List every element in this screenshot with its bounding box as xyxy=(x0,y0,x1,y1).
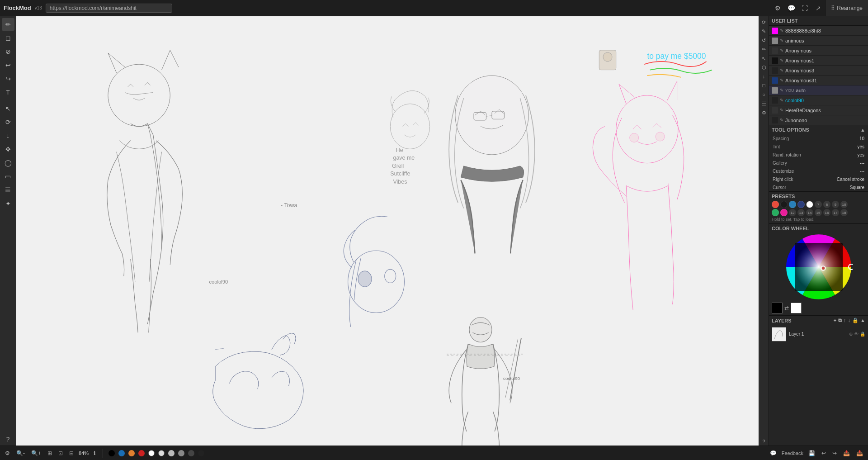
refresh-icon[interactable]: ↺ xyxy=(760,36,768,44)
color-wheel-container[interactable] xyxy=(772,233,865,301)
download-tool[interactable]: ↓ xyxy=(2,129,14,142)
zoom-fit-icon[interactable]: ⊞ xyxy=(46,450,53,456)
expand-icon[interactable]: ⛶ xyxy=(799,3,810,14)
sync-icon[interactable]: ⟳ xyxy=(760,18,768,26)
duplicate-layer-icon[interactable]: ⧉ xyxy=(838,318,842,323)
tool-option-value[interactable]: Square xyxy=(837,185,864,190)
add-layer-icon[interactable]: + xyxy=(834,318,836,323)
brush-tool[interactable]: ✏ xyxy=(2,18,14,31)
user-row[interactable]: ✎88888888ei8ht8 xyxy=(769,26,868,36)
preset-white[interactable] xyxy=(806,201,813,208)
color-dot-orange[interactable] xyxy=(128,450,135,456)
user-row[interactable]: ✎coolol90 xyxy=(769,95,868,105)
info-icon[interactable]: ℹ xyxy=(92,450,97,456)
pencil-icon[interactable]: ✏ xyxy=(760,45,768,53)
swap-colors-icon[interactable]: ⇄ xyxy=(784,305,789,311)
circle-icon[interactable]: ○ xyxy=(760,90,768,99)
layer-visibility-icon[interactable]: 👁 xyxy=(854,332,859,337)
undo-bottom-icon[interactable]: ↩ xyxy=(820,450,827,456)
color-wheel-svg[interactable] xyxy=(785,233,853,301)
circle-tool[interactable]: ◯ xyxy=(2,156,14,169)
user-row[interactable]: ✎Anonymous xyxy=(769,46,868,56)
preset-8[interactable]: 8 xyxy=(823,201,830,208)
feedback-button[interactable]: Feedback xyxy=(782,451,803,456)
canvas-area[interactable]: to pay me $5000 - Towa coolol90 He gave … xyxy=(16,16,759,446)
rearrange-button[interactable]: ⠿ Rearrange xyxy=(825,0,868,16)
feedback-icon[interactable]: 💬 xyxy=(769,450,778,456)
user-edit-icon[interactable]: ✎ xyxy=(780,68,783,73)
color-dot-red[interactable] xyxy=(138,450,145,456)
eraser-tool[interactable]: ◻ xyxy=(2,32,14,44)
user-edit-icon[interactable]: ✎ xyxy=(780,98,783,103)
color-dot-nearblack[interactable] xyxy=(198,450,204,456)
user-row[interactable]: ✎Junonono xyxy=(769,115,868,125)
text-tool[interactable]: T xyxy=(2,86,14,99)
share-icon[interactable]: ⬡ xyxy=(760,63,768,71)
extra-tool[interactable]: ✦ xyxy=(2,197,14,210)
undo-tool[interactable]: ↩ xyxy=(2,59,14,71)
preset-14[interactable]: 14 xyxy=(806,209,813,216)
preset-12[interactable]: 12 xyxy=(789,209,796,216)
preset-10[interactable]: 10 xyxy=(840,201,848,208)
color-dot-white[interactable] xyxy=(148,450,155,456)
external-link-icon[interactable]: ↗ xyxy=(813,3,824,14)
layers-tool[interactable]: ☰ xyxy=(2,184,14,196)
user-edit-icon[interactable]: ✎ xyxy=(780,58,783,63)
download-icon[interactable]: ↓ xyxy=(760,72,768,81)
export-icon[interactable]: 📤 xyxy=(842,450,851,456)
tool-option-value[interactable]: yes xyxy=(837,144,864,149)
preset-17[interactable]: 17 xyxy=(832,209,839,216)
user-row[interactable]: ✎animous xyxy=(769,36,868,46)
layer-item[interactable]: Layer 1 ⊕ 👁 🔒 xyxy=(769,325,868,343)
redo-bottom-icon[interactable]: ↪ xyxy=(831,450,838,456)
tool-option-value[interactable]: yes xyxy=(837,152,864,157)
preset-13[interactable]: 13 xyxy=(797,209,805,216)
lock-layer-icon[interactable]: 🔒 xyxy=(852,318,859,323)
layers-icon[interactable]: ☰ xyxy=(760,100,768,108)
foreground-color-swatch[interactable] xyxy=(772,303,783,313)
preset-18[interactable]: 18 xyxy=(840,209,848,216)
preset-15[interactable]: 15 xyxy=(815,209,822,216)
tool-options-header[interactable]: TOOL OPTIONS ▲ xyxy=(769,125,868,134)
help-icon[interactable]: ? xyxy=(760,437,768,446)
user-row[interactable]: ✎HereBeDragons xyxy=(769,105,868,115)
layer-lock-icon[interactable]: 🔒 xyxy=(860,332,865,337)
user-edit-icon[interactable]: ✎ xyxy=(780,118,783,123)
preset-7[interactable]: 7 xyxy=(815,201,822,208)
preset-pink[interactable] xyxy=(780,209,788,216)
tool-option-value[interactable]: --- xyxy=(837,169,864,174)
preset-green[interactable] xyxy=(772,209,779,216)
layer-merge-icon[interactable]: ⊕ xyxy=(849,332,853,337)
user-row[interactable]: ✎Anonymous3 xyxy=(769,66,868,76)
user-edit-icon[interactable]: ✎ xyxy=(780,88,783,93)
preset-red[interactable] xyxy=(772,201,779,208)
cursor-icon[interactable]: ↖ xyxy=(760,54,768,62)
save-icon[interactable]: 💾 xyxy=(807,450,816,456)
user-edit-icon[interactable]: ✎ xyxy=(780,38,783,43)
user-edit-icon[interactable]: ✎ xyxy=(780,48,783,53)
color-dot-darkgray[interactable] xyxy=(188,450,194,456)
move-layer-up-icon[interactable]: ↑ xyxy=(844,318,846,323)
user-row[interactable]: ✎YOUauto xyxy=(769,85,868,95)
gear-icon[interactable]: ⚙ xyxy=(760,109,768,117)
color-dot-lightgray[interactable] xyxy=(158,450,165,456)
user-edit-icon[interactable]: ✎ xyxy=(780,28,783,33)
zoom-fit2-icon[interactable]: ⊡ xyxy=(57,450,64,456)
question-tool[interactable]: ? xyxy=(2,433,14,446)
preset-darkblue[interactable] xyxy=(797,201,805,208)
redo-tool[interactable]: ↩ xyxy=(2,72,14,85)
settings-icon[interactable]: ⚙ xyxy=(772,3,783,14)
color-dot-black[interactable] xyxy=(108,450,115,456)
move-layer-down-icon[interactable]: ↓ xyxy=(848,318,851,323)
color-dot-gray2[interactable] xyxy=(178,450,184,456)
user-row[interactable]: ✎Anonymous31 xyxy=(769,76,868,85)
move-tool[interactable]: ✥ xyxy=(2,143,14,156)
preset-black[interactable] xyxy=(780,201,788,208)
import-icon[interactable]: 📥 xyxy=(855,450,864,456)
collapse-layers-icon[interactable]: ▲ xyxy=(860,318,865,323)
preset-blue[interactable] xyxy=(789,201,796,208)
chat-icon[interactable]: 💬 xyxy=(786,3,797,14)
preset-9[interactable]: 9 xyxy=(832,201,839,208)
tool-option-value[interactable]: Cancel stroke xyxy=(837,177,864,182)
zoom-out-icon[interactable]: 🔍- xyxy=(15,450,26,456)
